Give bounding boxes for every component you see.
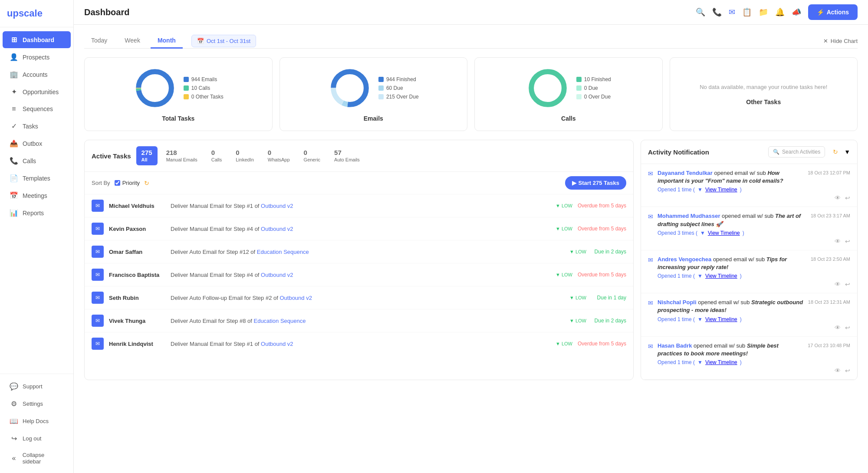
task-row[interactable]: ✉ Vivek Thunga Deliver Auto Email for St… [85, 309, 633, 332]
logo: upscale [0, 0, 73, 27]
tasks-panel: Active Tasks 275 All 218 Manual Emails 0… [84, 140, 634, 380]
task-tab-manual-emails[interactable]: 218 Manual Emails [161, 146, 203, 165]
reply-icon[interactable]: ↩ [845, 194, 850, 201]
sidebar-item-meetings[interactable]: 📅 Meetings [3, 187, 71, 204]
bell-icon[interactable]: 🔔 [775, 7, 785, 17]
task-row[interactable]: ✉ Henrik Lindqvist Deliver Manual Email … [85, 332, 633, 351]
sidebar-item-help[interactable]: 📖 Help Docs [3, 413, 71, 430]
activity-meta: Opened 3 times ( ▼ View Timeline ) [658, 230, 806, 236]
chart-total-tasks: 944 Emails 10 Calls 0 Other Tasks Total … [84, 57, 273, 131]
sidebar-item-prospects[interactable]: 👤 Prospects [3, 49, 71, 66]
search-activities-box[interactable]: 🔍 Search Activities [768, 146, 825, 158]
task-row[interactable]: ✉ Kevin Paxson Deliver Manual Email for … [85, 217, 633, 240]
activity-meta: Opened 1 time ( ▼ View Timeline ) [658, 316, 804, 322]
reply-icon[interactable]: ↩ [845, 324, 850, 331]
sidebar-item-label: Templates [23, 175, 50, 182]
task-description: Deliver Manual Email for Step #1 of Outb… [171, 203, 550, 209]
activity-header: Activity Notification 🔍 Search Activitie… [641, 140, 857, 164]
collapse-icon: « [10, 454, 18, 462]
phone-icon[interactable]: 📞 [712, 7, 722, 17]
list-icon[interactable]: 📋 [742, 7, 752, 17]
view-icon[interactable]: 👁 [835, 324, 841, 331]
actions-button[interactable]: ⚡ Actions [808, 4, 858, 20]
reports-icon: 📊 [10, 209, 18, 217]
sidebar-item-logout[interactable]: ↪ Log out [3, 430, 71, 447]
sidebar-item-sequences[interactable]: ≡ Sequences [3, 101, 71, 117]
hide-chart-button[interactable]: ✕ Hide Chart [823, 38, 858, 44]
task-row[interactable]: ✉ Omar Saffan Deliver Auto Email for Ste… [85, 240, 633, 263]
task-tab-generic[interactable]: 0 Generic [299, 146, 326, 165]
activity-row: ✉ Andres Vengoechea opened email w/ sub … [648, 256, 850, 279]
reply-icon[interactable]: ↩ [845, 238, 850, 245]
start-tasks-button[interactable]: ▶ Start 275 Tasks [565, 176, 626, 190]
tab-week[interactable]: Week [118, 33, 147, 49]
sidebar-item-calls[interactable]: 📞 Calls [3, 152, 71, 169]
task-tab-linkedin[interactable]: 0 LinkedIn [230, 146, 259, 165]
megaphone-icon[interactable]: 📣 [792, 7, 801, 17]
task-priority-badge: ▼ LOW [569, 295, 586, 300]
legend-item-overdue: 215 Over Due [378, 94, 419, 100]
tab-today[interactable]: Today [84, 33, 114, 49]
chart-emails: 944 Finished 60 Due 215 Over Due Emails [279, 57, 468, 131]
chart-title-emails: Emails [364, 115, 383, 122]
task-type-icon: ✉ [92, 292, 104, 304]
sidebar-item-templates[interactable]: 📄 Templates [3, 170, 71, 187]
sidebar-item-outbox[interactable]: 📤 Outbox [3, 135, 71, 152]
donut-chart-total [133, 66, 177, 110]
task-tab-whatsapp[interactable]: 0 WhatsApp [263, 146, 295, 165]
chart-title-calls: Calls [561, 115, 575, 122]
sidebar-bottom: 💬 Support ⚙ Settings 📖 Help Docs ↪ Log o… [0, 374, 73, 473]
legend-item-emails: 944 Emails [184, 76, 224, 82]
email-icon[interactable]: ✉ [729, 7, 735, 17]
view-icon[interactable]: 👁 [835, 238, 841, 245]
sidebar-item-dashboard[interactable]: ⊞ Dashboard [3, 31, 71, 48]
folder-icon[interactable]: 📁 [759, 7, 768, 17]
dashboard-icon: ⊞ [10, 36, 18, 44]
task-tab-auto-emails[interactable]: 57 Auto Emails [329, 146, 365, 165]
reply-icon[interactable]: ↩ [845, 281, 850, 288]
view-icon[interactable]: 👁 [835, 194, 841, 201]
activity-text: Nishchal Popli opened email w/ sub Strat… [658, 299, 804, 314]
refresh-activity-icon[interactable]: ↻ [833, 148, 838, 155]
priority-checkbox[interactable] [115, 180, 120, 186]
task-tab-calls[interactable]: 0 Calls [206, 146, 227, 165]
task-type-icon: ✉ [92, 200, 104, 212]
search-icon[interactable]: 🔍 [696, 7, 705, 17]
sidebar-item-tasks[interactable]: ✓ Tasks [3, 118, 71, 135]
activity-actions: 👁 ↩ [648, 193, 850, 201]
task-tab-all[interactable]: 275 All [136, 146, 158, 165]
legend-dot-emails [184, 77, 189, 82]
sidebar-item-reports[interactable]: 📊 Reports [3, 204, 71, 221]
sidebar-item-accounts[interactable]: 🏢 Accounts [3, 66, 71, 83]
task-row[interactable]: ✉ Michael Veldhuis Deliver Manual Email … [85, 194, 633, 217]
calendar-icon: 📅 [197, 38, 204, 44]
task-row[interactable]: ✉ Seth Rubin Deliver Auto Follow-up Emai… [85, 286, 633, 309]
filter-icon[interactable]: ▼ [844, 148, 850, 155]
activity-email-icon: ✉ [648, 213, 653, 236]
tab-month[interactable]: Month [151, 33, 183, 49]
sidebar-item-opportunities[interactable]: ✦ Opportunities [3, 83, 71, 100]
view-icon[interactable]: 👁 [835, 281, 841, 288]
activity-meta: Opened 1 time ( ▼ View Timeline ) [658, 273, 806, 279]
activity-email-icon: ✉ [648, 343, 653, 365]
sidebar-item-support[interactable]: 💬 Support [3, 378, 71, 395]
activity-timestamp: 18 Oct 23 3:17 AM [811, 212, 850, 236]
donut-chart-emails [328, 66, 372, 110]
date-range-picker[interactable]: 📅 Oct 1st - Oct 31st [191, 35, 256, 47]
view-icon[interactable]: 👁 [835, 367, 841, 374]
sidebar: upscale ⊞ Dashboard 👤 Prospects 🏢 Accoun… [0, 0, 74, 473]
calls-icon: 📞 [10, 157, 18, 165]
templates-icon: 📄 [10, 174, 18, 182]
activity-meta: Opened 1 time ( ▼ View Timeline ) [658, 187, 803, 193]
refresh-icon[interactable]: ↻ [144, 180, 149, 187]
sidebar-item-collapse[interactable]: « Collapse sidebar [3, 447, 71, 469]
sidebar-item-label: Outbox [23, 140, 42, 147]
activity-timestamp: 17 Oct 23 10:48 PM [808, 342, 850, 365]
sidebar-item-settings[interactable]: ⚙ Settings [3, 395, 71, 412]
task-person-name: Michael Veldhuis [109, 203, 165, 209]
legend-emails: 944 Finished 60 Due 215 Over Due [378, 76, 419, 100]
reply-icon[interactable]: ↩ [845, 367, 850, 374]
meetings-icon: 📅 [10, 191, 18, 200]
legend-item-calls-due: 0 Due [576, 85, 611, 91]
task-row[interactable]: ✉ Francisco Baptista Deliver Manual Emai… [85, 263, 633, 286]
